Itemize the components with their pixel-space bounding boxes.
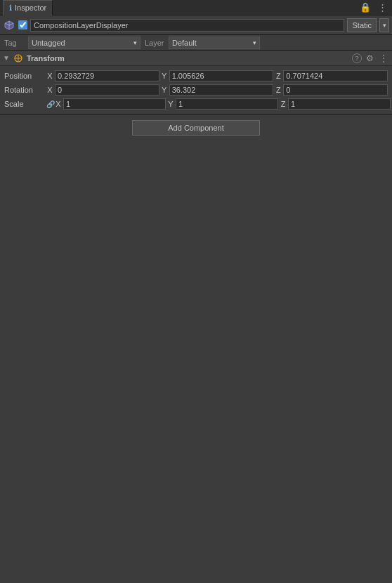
position-y-field: Y	[161, 70, 274, 81]
tag-dropdown[interactable]: Untagged ▾	[28, 37, 141, 49]
rotation-y-label: Y	[161, 86, 168, 94]
help-icon[interactable]: ?	[352, 53, 362, 63]
inspector-tab-label: Inspector	[15, 4, 46, 12]
settings-icon[interactable]: ⚙	[365, 53, 375, 63]
static-dropdown[interactable]: ▾	[379, 18, 389, 32]
rotation-z-label: Z	[275, 86, 282, 94]
scale-z-field: Z	[280, 98, 391, 110]
position-label: Position	[4, 72, 46, 80]
add-component-row: Add Component	[0, 114, 392, 141]
lock-icon[interactable]: 🔒	[358, 2, 373, 13]
position-x-label: X	[46, 72, 53, 80]
scale-label: Scale	[4, 100, 46, 108]
inspector-tab[interactable]: ℹ Inspector	[3, 0, 53, 15]
rotation-x-label: X	[46, 86, 53, 94]
static-dropdown-arrow: ▾	[383, 22, 386, 29]
transform-body: Position X Y Z Rotation	[0, 66, 392, 114]
transform-title: Transform	[27, 54, 349, 63]
static-button[interactable]: Static	[347, 18, 377, 32]
scale-z-label: Z	[280, 100, 287, 108]
rotation-xyz: X Y Z	[46, 84, 388, 96]
tag-layer-row: Tag Untagged ▾ Layer Default ▾	[0, 35, 392, 51]
scale-x-field: X	[55, 98, 166, 110]
tab-bar: ℹ Inspector 🔒 ⋮	[0, 0, 392, 15]
tag-label: Tag	[4, 39, 24, 47]
tab-menu-icon[interactable]: ⋮	[376, 2, 389, 13]
position-row: Position X Y Z	[0, 69, 392, 83]
component-menu-icon[interactable]: ⋮	[378, 53, 389, 63]
position-x-field: X	[46, 70, 159, 81]
position-x-input[interactable]	[55, 70, 159, 81]
rotation-x-input[interactable]	[55, 84, 159, 96]
object-name-input[interactable]	[30, 19, 344, 32]
scale-y-label: Y	[167, 100, 174, 108]
add-component-button[interactable]: Add Component	[132, 120, 260, 136]
transform-icon	[13, 53, 24, 64]
rotation-label: Rotation	[4, 86, 46, 94]
scale-xyz: X Y Z	[55, 98, 391, 110]
object-3d-icon	[3, 19, 15, 32]
scale-lock-icon[interactable]: 🔗	[46, 100, 55, 108]
transform-component: ▼ Transform ? ⚙ ⋮ Position X Y	[0, 51, 392, 114]
scale-x-input[interactable]	[63, 98, 166, 110]
component-header: ▼ Transform ? ⚙ ⋮	[0, 51, 392, 66]
layer-label: Layer	[145, 39, 164, 47]
scale-row: Scale 🔗 X Y Z	[0, 97, 392, 111]
scale-y-input[interactable]	[176, 98, 278, 110]
position-y-input[interactable]	[169, 70, 274, 81]
scale-x-label: X	[55, 100, 62, 108]
position-xyz: X Y Z	[46, 70, 388, 81]
rotation-y-field: Y	[161, 84, 274, 96]
object-active-checkbox[interactable]	[18, 20, 27, 30]
rotation-y-input[interactable]	[169, 84, 274, 96]
info-icon: ℹ	[9, 4, 12, 13]
position-y-label: Y	[161, 72, 168, 80]
collapse-arrow[interactable]: ▼	[3, 54, 10, 62]
rotation-row: Rotation X Y Z	[0, 83, 392, 97]
rotation-x-field: X	[46, 84, 159, 96]
position-z-field: Z	[275, 70, 388, 81]
rotation-z-input[interactable]	[283, 84, 388, 96]
tag-arrow: ▾	[133, 39, 137, 46]
tag-value: Untagged	[32, 39, 65, 47]
rotation-z-field: Z	[275, 84, 388, 96]
layer-value: Default	[172, 39, 197, 47]
tab-bar-right: 🔒 ⋮	[358, 2, 389, 13]
object-header: Static ▾	[0, 15, 392, 35]
scale-z-input[interactable]	[288, 98, 391, 110]
position-z-label: Z	[275, 72, 282, 80]
scale-y-field: Y	[167, 98, 278, 110]
position-z-input[interactable]	[283, 70, 388, 81]
layer-dropdown[interactable]: Default ▾	[169, 37, 260, 49]
layer-arrow: ▾	[253, 39, 256, 46]
